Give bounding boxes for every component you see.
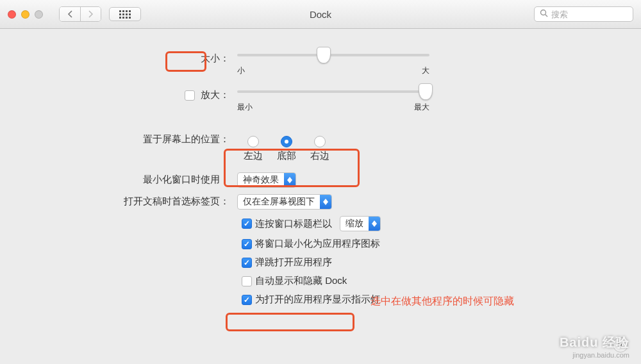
svg-point-0 — [541, 10, 546, 15]
minimize-window-button[interactable] — [21, 10, 29, 19]
position-radio-right-label: 右边 — [310, 150, 329, 162]
traffic-lights — [8, 10, 43, 19]
size-slider[interactable]: 小 大 — [237, 51, 429, 76]
search-icon — [540, 9, 548, 19]
prefer-tabs-label: 打开文稿时首选标签页： — [124, 195, 229, 206]
minimize-effect-select[interactable]: 神奇效果 — [237, 172, 296, 188]
doubleclick-text: 连按窗口标题栏以 — [255, 218, 332, 230]
position-radio-left[interactable] — [247, 136, 259, 147]
select-arrows-icon — [320, 195, 331, 209]
auto-hide-text: 自动显示和隐藏 Dock — [255, 275, 347, 287]
indicators-checkbox[interactable] — [242, 295, 252, 305]
watermark-main: Baidu 经验 — [560, 334, 629, 351]
show-all-button[interactable] — [109, 7, 141, 21]
position-label: 置于屏幕上的位置： — [143, 133, 229, 144]
forward-button[interactable] — [80, 7, 101, 21]
prefer-tabs-value: 仅在全屏幕视图下 — [238, 196, 320, 208]
titlebar: Dock — [0, 0, 641, 29]
position-radio-right[interactable] — [314, 136, 326, 147]
annotation-text: 选中在做其他程序的时候可隐藏 — [370, 295, 514, 308]
doubleclick-select-value: 缩放 — [340, 218, 369, 229]
position-radio-bottom[interactable] — [281, 136, 292, 147]
magnification-slider[interactable]: 最小 最大 — [237, 88, 429, 113]
size-slider-thumb[interactable] — [317, 47, 331, 63]
magnify-max-label: 最大 — [414, 102, 429, 113]
magnification-checkbox[interactable] — [185, 90, 195, 101]
back-button[interactable] — [60, 7, 80, 21]
size-max-label: 大 — [422, 65, 429, 76]
minimize-effect-label: 最小化窗口时使用： — [143, 174, 229, 185]
doubleclick-select[interactable]: 缩放 — [340, 216, 381, 231]
animate-open-text: 弹跳打开应用程序 — [255, 256, 332, 269]
doubleclick-checkbox[interactable] — [242, 219, 252, 229]
close-window-button[interactable] — [8, 10, 16, 19]
watermark-sub: jingyan.baidu.com — [560, 351, 629, 359]
animate-open-checkbox[interactable] — [242, 258, 252, 268]
position-radio-left-label: 左边 — [244, 150, 263, 162]
nav-back-forward — [59, 6, 101, 22]
minimize-effect-value: 神奇效果 — [238, 174, 284, 186]
watermark: Baidu 经验 jingyan.baidu.com — [560, 334, 629, 359]
minimize-into-text: 将窗口最小化为应用程序图标 — [255, 238, 380, 250]
size-min-label: 小 — [237, 65, 245, 76]
auto-hide-checkbox[interactable] — [242, 276, 252, 286]
size-label: 大小： — [201, 53, 229, 63]
position-radio-group: 左边 底部 右边 — [237, 132, 615, 166]
select-arrows-icon — [369, 217, 380, 231]
minimize-into-checkbox[interactable] — [242, 239, 252, 249]
magnification-slider-thumb[interactable] — [419, 83, 433, 100]
magnification-label: 放大： — [201, 89, 229, 100]
annotation-highlight-autohide — [226, 313, 354, 331]
prefer-tabs-select[interactable]: 仅在全屏幕视图下 — [237, 194, 332, 210]
indicators-text: 为打开的应用程序显示指示灯 — [255, 294, 380, 306]
position-radio-bottom-label: 底部 — [277, 150, 296, 162]
magnify-min-label: 最小 — [237, 102, 253, 113]
select-arrows-icon — [284, 173, 296, 187]
search-input[interactable] — [551, 10, 628, 19]
fullscreen-window-button[interactable] — [35, 10, 43, 19]
search-field[interactable] — [534, 6, 633, 22]
